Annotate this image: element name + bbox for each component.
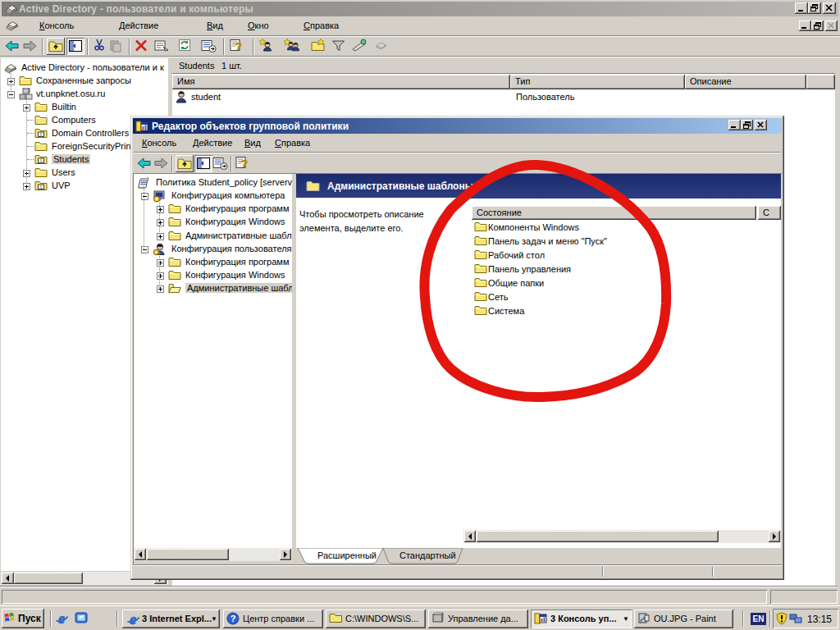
svg-text:?: ? — [231, 614, 236, 623]
svg-text:e: e — [58, 611, 65, 626]
svg-text:e: e — [130, 612, 136, 627]
